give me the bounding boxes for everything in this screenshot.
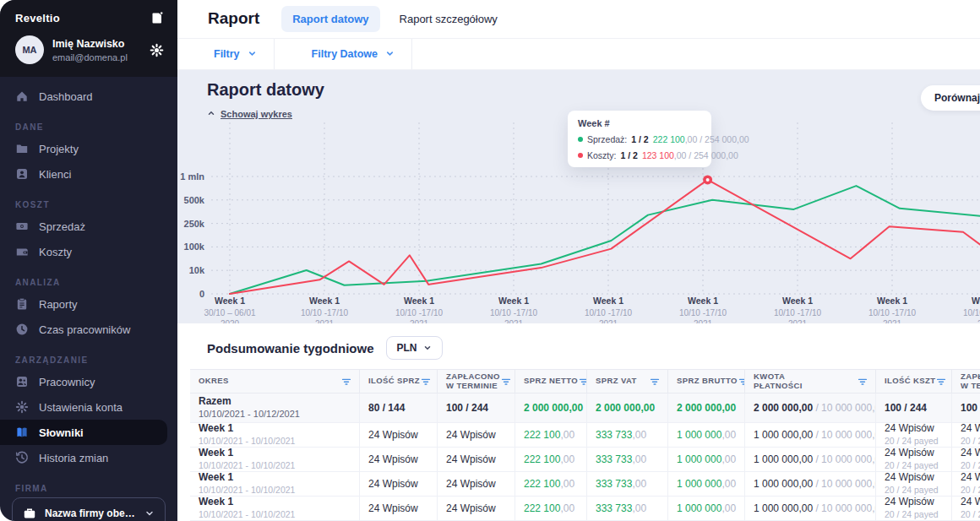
filter-bar: Filtry Filtry Datowe xyxy=(177,38,980,70)
column-filter-icon[interactable] xyxy=(578,376,587,388)
hide-chart-link[interactable]: Schowaj wykres xyxy=(207,109,292,119)
company-selector[interactable]: Nazwa firmy obecnej ... xyxy=(12,497,166,521)
currency-label: PLN xyxy=(397,342,417,354)
column-filter-icon[interactable] xyxy=(738,376,745,388)
cell-ilosc-sprz: 24 Wpisów xyxy=(360,448,438,471)
tab-raport-datowy[interactable]: Raport datowy xyxy=(281,6,379,32)
sidebar-item-słowniki[interactable]: Słowniki xyxy=(0,420,167,445)
column-filter-icon[interactable] xyxy=(420,376,432,388)
cell-sprz-netto: 222 100,00 xyxy=(515,448,587,471)
column-header-label: ZAPŁACONOW TERMINIE xyxy=(961,372,980,391)
tooltip-ratio: 1 / 2 xyxy=(631,134,648,144)
cell-zaplacono: 100 / 244 xyxy=(438,393,515,422)
banknote-icon xyxy=(15,220,29,233)
column-filter-icon[interactable] xyxy=(649,376,661,388)
chevron-down-icon xyxy=(144,508,155,518)
sidebar-item-pracownicy[interactable]: Pracownicy xyxy=(0,369,177,394)
svg-text:10/10 -17/10: 10/10 -17/10 xyxy=(963,308,980,317)
cell-sprz-vat: 333 733,00 xyxy=(587,497,668,520)
report-chart: 010k100k250k500k1 mlnWeek 130/10 – 06/01… xyxy=(177,70,980,323)
hide-chart-label: Schowaj wykres xyxy=(220,109,292,119)
cell-okres: Week 110/10/2021 - 10/10/2021 xyxy=(190,497,360,520)
column-filter-icon[interactable] xyxy=(857,376,868,388)
svg-text:1 mln: 1 mln xyxy=(180,171,204,182)
sidebar-item-raporty[interactable]: Raporty xyxy=(0,291,177,317)
cell-okres: Week 110/10/2021 - 10/10/2021 xyxy=(190,448,360,471)
column-filter-icon[interactable] xyxy=(500,376,512,388)
tooltip-row-sprzedaz: Sprzedaż: 1 / 2 222 100,00 / 254 000,00 xyxy=(578,134,701,144)
column-header-label: ILOŚĆ KSZT xyxy=(885,377,935,386)
gear-icon xyxy=(15,400,29,414)
cell-ilosc-kszt: 24 Wpisów20 / 24 payed xyxy=(876,423,952,447)
cell-sprz-vat: 333 733,00 xyxy=(587,472,668,496)
sidebar-item-historia-zmian[interactable]: Historia zmian xyxy=(0,445,177,470)
column-filter-icon[interactable] xyxy=(340,376,352,388)
sidebar-item-label: Czas pracowników xyxy=(39,323,130,336)
sidebar-item-label: Historia zmian xyxy=(39,452,108,464)
report-section-title: Raport datowy xyxy=(207,80,324,100)
company-section: FIRMA Nazwa firmy obecnej ... xyxy=(0,470,177,521)
cell-ilosc-sprz: 80 / 144 xyxy=(360,393,438,422)
svg-text:100k: 100k xyxy=(184,242,205,252)
note-icon[interactable] xyxy=(150,11,164,24)
svg-text:10/10 -17/10: 10/10 -17/10 xyxy=(774,308,822,317)
sidebar: Reveltio MA Imię Nazwisko email@domena.p… xyxy=(0,0,177,521)
tooltip-series-label: Koszty: xyxy=(587,150,616,160)
calendar-icon xyxy=(291,47,304,60)
cell-kwota-platnosci: 1 000 000,00 / 10 000 000,00 xyxy=(745,448,876,471)
sidebar-item-klienci[interactable]: Klienci xyxy=(0,161,177,187)
column-header-sprz-brutto: SPRZ BRUTTO xyxy=(668,370,745,393)
sidebar-nav: DashboardDANEProjektyKlienciKOSZTSprzeda… xyxy=(0,77,177,470)
column-header-label: SPRZ BRUTTO xyxy=(677,377,738,386)
folder-icon xyxy=(15,142,29,155)
sidebar-item-czas-pracowników[interactable]: Czas pracowników xyxy=(0,317,177,342)
settings-gear-icon[interactable] xyxy=(150,43,164,57)
date-filters-button[interactable]: Filtry Datowe xyxy=(275,39,413,69)
clipboard-icon xyxy=(15,297,29,311)
cell-okres: Week 110/10/2021 - 10/10/2021 xyxy=(190,423,360,447)
weekly-summary-table: OKRESILOŚĆ SPRZZAPŁACONOW TERMINIESPRZ N… xyxy=(190,369,980,521)
compare-amounts-button[interactable]: Porównaj kwoty xyxy=(921,85,980,111)
table-row-week: Week 110/10/2021 - 10/10/202124 Wpisów24… xyxy=(190,497,980,521)
sidebar-item-dashboard[interactable]: Dashboard xyxy=(0,84,177,109)
sidebar-item-label: Koszty xyxy=(39,246,72,258)
cell-sprz-netto: 222 100,00 xyxy=(515,472,587,496)
svg-text:10k: 10k xyxy=(189,265,205,275)
cell-sprz-brutto: 1 000 000,00 xyxy=(668,448,745,471)
cell-sprz-vat: 2 000 000,00 xyxy=(587,393,668,422)
svg-text:10/10 -17/10: 10/10 -17/10 xyxy=(395,308,444,317)
clock-icon xyxy=(15,323,29,336)
people-icon xyxy=(15,375,29,388)
nav-section-label-koszt: KOSZT xyxy=(15,200,177,209)
svg-text:10/10 -17/10: 10/10 -17/10 xyxy=(679,308,727,317)
sidebar-item-sprzedaż[interactable]: Sprzedaż xyxy=(0,214,177,239)
sidebar-item-label: Raporty xyxy=(39,298,78,311)
home-icon xyxy=(15,90,29,103)
column-header-ilość-sprz: ILOŚĆ SPRZ xyxy=(360,370,438,393)
chevron-down-icon xyxy=(385,49,395,58)
sidebar-item-label: Projekty xyxy=(39,143,79,155)
filters-button[interactable]: Filtry xyxy=(177,39,275,69)
cell-zaplacono: 24 Wpisów xyxy=(438,472,515,496)
company-section-label: FIRMA xyxy=(15,484,166,493)
table-header-row: OKRESILOŚĆ SPRZZAPŁACONOW TERMINIESPRZ N… xyxy=(190,369,980,393)
sidebar-item-label: Sprzedaż xyxy=(39,220,85,233)
sidebar-item-ustawienia-konta[interactable]: Ustawienia konta xyxy=(0,394,177,420)
svg-text:Week 1: Week 1 xyxy=(498,296,529,306)
tooltip-value-rest: ,00 / 254 000,00 xyxy=(685,134,749,144)
tab-raport-szczegolowy[interactable]: Raport szczegółowy xyxy=(389,6,509,32)
sidebar-item-koszty[interactable]: Koszty xyxy=(0,239,177,264)
svg-text:10/10 -17/10: 10/10 -17/10 xyxy=(490,308,538,317)
cell-kwota-platnosci: 1 000 000,00 / 10 000 000,00 xyxy=(745,423,876,447)
filters-button-label: Filtry xyxy=(214,48,240,60)
cell-sprz-brutto: 2 000 000,00 xyxy=(668,393,745,422)
svg-text:2021: 2021 xyxy=(315,319,335,323)
sidebar-item-projekty[interactable]: Projekty xyxy=(0,136,177,161)
chevron-down-icon xyxy=(423,344,432,352)
currency-selector[interactable]: PLN xyxy=(386,336,443,360)
tooltip-value-rest: ,00 / 254 000,00 xyxy=(674,150,738,160)
column-filter-icon[interactable] xyxy=(935,376,947,388)
sidebar-header: Reveltio MA Imię Nazwisko email@domena.p… xyxy=(0,0,177,77)
avatar: MA xyxy=(15,35,44,64)
svg-text:10/10 -17/10: 10/10 -17/10 xyxy=(868,308,917,317)
